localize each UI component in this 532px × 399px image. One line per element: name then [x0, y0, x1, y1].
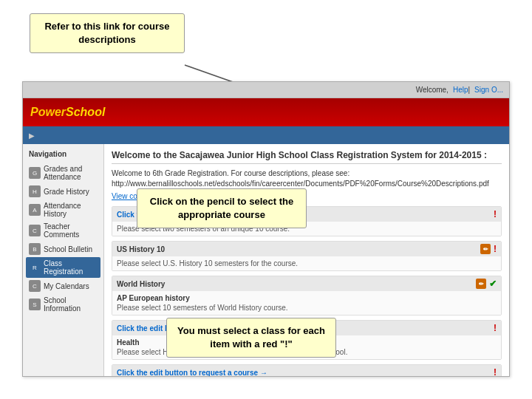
- science-action: Click the edit button to request a cours…: [117, 369, 267, 377]
- nav-bar-content: ▶: [29, 132, 35, 140]
- help-link[interactable]: Help: [453, 86, 468, 94]
- sidebar-label-comments: Teacher Comments: [44, 222, 98, 239]
- world-history-title: World History: [117, 280, 165, 288]
- attendance-icon: A: [29, 204, 41, 216]
- grade-history-icon: H: [29, 185, 41, 197]
- signout-link[interactable]: Sign O...: [474, 86, 503, 94]
- school-icon: S: [29, 299, 41, 310]
- bulletin-icon: B: [29, 243, 41, 255]
- sidebar-label-calendars: My Calendars: [44, 282, 89, 290]
- sidebar-label-registration: Class Registration: [44, 259, 98, 276]
- callout2-text: Click on the pencil to select the approp…: [150, 196, 293, 220]
- section-world-history-header: World History ✏ ✔: [112, 276, 501, 291]
- sidebar-item-registration[interactable]: R Class Registration: [26, 257, 100, 278]
- callout1-text: Refer to this link for course descriptio…: [44, 21, 169, 45]
- top-bar: Welcome, Help | Sign O...: [23, 82, 509, 98]
- section-us-history: US History 10 ✏ ! Please select U.S. His…: [112, 241, 502, 271]
- calendars-icon: C: [29, 280, 41, 292]
- sidebar-label-grades: Grades and Attendance: [44, 165, 98, 181]
- sidebar-item-grades[interactable]: G Grades and Attendance: [26, 163, 100, 183]
- registration-icon: R: [29, 262, 41, 273]
- callout-pencil: Click on the pencil to select the approp…: [137, 188, 307, 228]
- welcome-body: Welcome to 6th Grade Registration. For c…: [112, 169, 489, 188]
- nav-bar: ▶: [23, 126, 509, 144]
- welcome-paragraph: Welcome to 6th Grade Registration. For c…: [112, 168, 502, 189]
- us-history-text: Please select U.S. History 10 semesters …: [117, 259, 298, 267]
- grades-icon: G: [29, 167, 41, 179]
- sidebar-label-grade-history: Grade History: [44, 188, 89, 196]
- sidebar-item-grade-history[interactable]: H Grade History: [26, 183, 100, 200]
- edit-btn-world-history[interactable]: ✏: [476, 279, 486, 289]
- us-history-title: US History 10: [117, 245, 165, 253]
- powerschool-logo: PowerSchool: [30, 106, 105, 119]
- ps-header: PowerSchool: [23, 98, 509, 126]
- callout3-text: You must select a class for each item wi…: [177, 325, 325, 349]
- comments-icon: C: [29, 225, 41, 236]
- sidebar-label-attendance: Attendance History: [44, 202, 98, 218]
- sidebar-label-bulletin: School Bulletin: [44, 245, 92, 253]
- exclaim-icon-2: !: [494, 244, 497, 254]
- section-world-history-body: AP European history Please select 10 sem…: [112, 291, 501, 315]
- exclaim-icon-1: !: [494, 209, 497, 219]
- section-science-header: Click the edit button to request a cours…: [112, 365, 501, 376]
- exclaim-icon-4: !: [494, 367, 497, 376]
- sidebar-label-school-info: School Information: [44, 296, 98, 313]
- sidebar-item-school-info[interactable]: S School Information: [26, 294, 100, 315]
- section-science: Click the edit button to request a cours…: [112, 364, 502, 376]
- checkmark-icon-1: ✔: [489, 279, 497, 289]
- callout-red-exclaim: You must select a class for each item wi…: [166, 318, 336, 358]
- section-us-history-body: Please select U.S. History 10 semesters …: [112, 256, 501, 270]
- sidebar: Navigation G Grades and Attendance H Gra…: [23, 144, 104, 376]
- world-history-selected: AP European history: [117, 294, 497, 302]
- world-history-text: Please select 10 semesters of World Hist…: [117, 304, 288, 312]
- section-us-history-header: US History 10 ✏ !: [112, 242, 501, 256]
- callout-course-descriptions: Refer to this link for course descriptio…: [30, 13, 185, 53]
- sidebar-item-comments[interactable]: C Teacher Comments: [26, 220, 100, 241]
- sidebar-item-bulletin[interactable]: B School Bulletin: [26, 241, 100, 257]
- exclaim-icon-3: !: [494, 323, 497, 333]
- section-world-history: World History ✏ ✔ AP European history Pl…: [112, 276, 502, 316]
- welcome-text: Welcome,: [416, 86, 449, 94]
- page-title: Welcome to the Sacajawea Junior High Sch…: [112, 150, 502, 164]
- edit-btn-us-history[interactable]: ✏: [480, 244, 491, 254]
- sidebar-item-attendance[interactable]: A Attendance History: [26, 200, 100, 220]
- sidebar-title: Navigation: [26, 149, 100, 160]
- sidebar-item-calendars[interactable]: C My Calendars: [26, 278, 100, 294]
